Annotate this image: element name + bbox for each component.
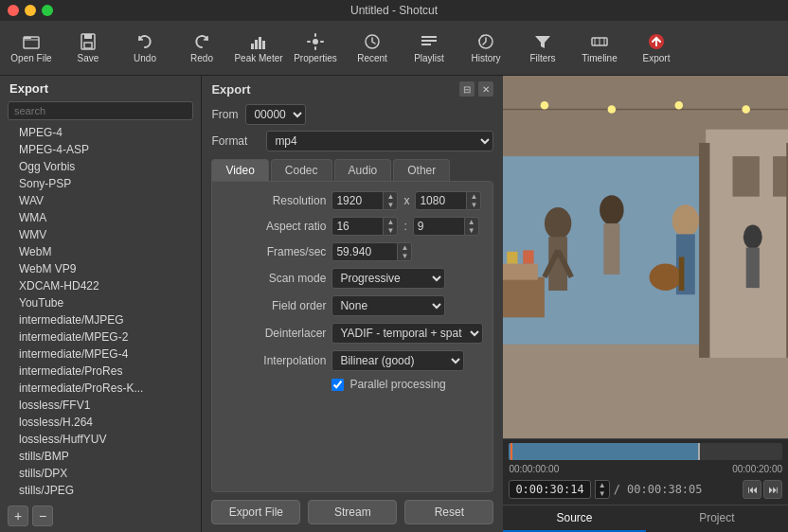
- export-list-item[interactable]: stills/BMP: [0, 448, 201, 465]
- timeline-track[interactable]: [509, 443, 782, 460]
- properties-button[interactable]: Properties: [288, 23, 343, 74]
- svg-rect-36: [679, 257, 685, 291]
- export-list-item[interactable]: lossless/FFV1: [0, 397, 201, 414]
- filters-button[interactable]: Filters: [515, 23, 570, 74]
- timeline-button[interactable]: Timeline: [572, 23, 627, 74]
- export-list-item[interactable]: lossless/H.264: [0, 414, 201, 431]
- resolution-width-input[interactable]: [331, 191, 384, 210]
- export-list-item[interactable]: MPEG-4-ASP: [0, 141, 201, 158]
- export-list-item[interactable]: Sony-PSP: [0, 175, 201, 192]
- close-button[interactable]: [8, 5, 19, 16]
- tab-source[interactable]: Source: [503, 505, 645, 532]
- next-frame-button[interactable]: ⏭: [763, 480, 782, 499]
- svg-rect-4: [84, 43, 92, 48]
- tab-project[interactable]: Project: [646, 505, 788, 532]
- panel-title: Export: [0, 76, 201, 101]
- format-select[interactable]: mp4: [266, 131, 493, 151]
- res-height-down[interactable]: ▼: [467, 201, 480, 209]
- export-list-item[interactable]: lossless/HuffYUV: [0, 431, 201, 448]
- add-preset-button[interactable]: +: [8, 505, 28, 526]
- from-select[interactable]: 00000: [245, 104, 306, 125]
- save-button[interactable]: Save: [61, 23, 116, 74]
- export-list-item[interactable]: intermediate/MJPEG: [0, 311, 201, 328]
- undo-button[interactable]: Undo: [117, 23, 172, 74]
- export-list-item[interactable]: intermediate/ProRes-K...: [0, 380, 201, 397]
- export-list-item[interactable]: YouTube: [0, 294, 201, 311]
- prev-frame-button[interactable]: ⏮: [743, 480, 761, 499]
- open-file-button[interactable]: Open File: [4, 23, 59, 74]
- export-list-item[interactable]: XDCAM-HD422: [0, 277, 201, 294]
- aspect-w-up[interactable]: ▲: [384, 218, 397, 226]
- res-width-down[interactable]: ▼: [384, 201, 397, 209]
- export-list-item[interactable]: WMV: [0, 226, 201, 243]
- tab-other[interactable]: Other: [393, 159, 450, 181]
- peak-meter-button[interactable]: Peak Meter: [231, 23, 286, 74]
- aspect-h-up[interactable]: ▲: [465, 218, 478, 226]
- aspect-w-down[interactable]: ▼: [384, 226, 397, 235]
- recent-button[interactable]: Recent: [345, 23, 400, 74]
- reset-button[interactable]: Reset: [404, 500, 493, 524]
- export-list-item[interactable]: WMA: [0, 209, 201, 226]
- export-file-button[interactable]: Export File: [211, 500, 300, 524]
- export-panel: Export MPEG-4MPEG-4-ASPOgg VorbisSony-PS…: [0, 76, 202, 532]
- export-button[interactable]: Export: [629, 23, 684, 74]
- frames-up[interactable]: ▲: [398, 243, 411, 252]
- center-export-panel: Export ⊟ ✕ From 00000 Format mp4 Video C…: [202, 76, 503, 532]
- parallel-processing-checkbox[interactable]: [331, 379, 344, 391]
- svg-rect-44: [746, 248, 760, 289]
- svg-rect-11: [421, 36, 437, 38]
- maximize-button[interactable]: [42, 5, 53, 16]
- aspect-h-input[interactable]: [413, 217, 465, 236]
- deinterlacer-select[interactable]: YADIF - temporal + spat: [331, 323, 483, 344]
- close-panel-icon[interactable]: ✕: [478, 81, 493, 97]
- aspect-ratio-row: Aspect ratio ▲ ▼ : ▲ ▼: [222, 217, 483, 236]
- frames-sec-label: Frames/sec: [222, 245, 326, 258]
- svg-point-33: [672, 204, 699, 237]
- remove-preset-button[interactable]: −: [32, 505, 53, 526]
- playlist-button[interactable]: Playlist: [402, 23, 457, 74]
- export-list-item[interactable]: MPEG-4: [0, 124, 201, 141]
- svg-rect-6: [255, 40, 258, 49]
- res-width-up[interactable]: ▲: [384, 192, 397, 201]
- scan-mode-select[interactable]: Progressive: [331, 268, 445, 289]
- timeline-playhead[interactable]: [510, 443, 512, 460]
- tab-codec[interactable]: Codec: [271, 159, 332, 181]
- minimize-button[interactable]: [25, 5, 36, 16]
- export-list-item[interactable]: intermediate/MPEG-4: [0, 346, 201, 363]
- aspect-h-down[interactable]: ▼: [465, 226, 478, 235]
- aspect-colon-label: :: [403, 220, 406, 233]
- export-list-item[interactable]: WebM VP9: [0, 260, 201, 277]
- res-height-up[interactable]: ▲: [467, 192, 480, 201]
- window-controls: [8, 5, 53, 16]
- resolution-height-input[interactable]: [415, 191, 467, 210]
- export-list-item[interactable]: intermediate/ProRes: [0, 363, 201, 380]
- source-project-tabs: Source Project: [503, 505, 788, 532]
- export-list-item[interactable]: stills/JPEG: [0, 482, 201, 499]
- interpolation-select[interactable]: Bilinear (good): [331, 350, 464, 371]
- field-order-select[interactable]: None: [331, 295, 445, 316]
- export-list-item[interactable]: WebM: [0, 243, 201, 260]
- timecode-down[interactable]: ▼: [596, 489, 609, 498]
- frames-down[interactable]: ▼: [398, 252, 411, 260]
- export-list-item[interactable]: WAV: [0, 192, 201, 209]
- resolution-width-spinbox: ▲ ▼: [331, 191, 398, 210]
- svg-rect-8: [262, 41, 265, 49]
- search-input[interactable]: [8, 101, 193, 120]
- float-icon[interactable]: ⊟: [459, 81, 475, 97]
- timecode-display-area: 0:00:30:14 ▲ ▼ / 00:00:38:05: [509, 480, 702, 499]
- current-timecode[interactable]: 0:00:30:14: [509, 480, 590, 499]
- tab-audio[interactable]: Audio: [334, 159, 392, 181]
- timeline-filled: [509, 443, 700, 460]
- tab-video[interactable]: Video: [211, 159, 268, 181]
- aspect-w-input[interactable]: [331, 217, 384, 236]
- export-list-item[interactable]: intermediate/MPEG-2: [0, 328, 201, 346]
- svg-rect-13: [421, 44, 431, 45]
- stream-button[interactable]: Stream: [308, 500, 397, 524]
- timecode-up[interactable]: ▲: [596, 481, 609, 489]
- frames-input[interactable]: [331, 242, 398, 261]
- export-list-item[interactable]: Ogg Vorbis: [0, 158, 201, 175]
- export-list-item[interactable]: stills/DPX: [0, 465, 201, 482]
- resolution-height-spinbox: ▲ ▼: [415, 191, 481, 210]
- history-button[interactable]: History: [458, 23, 513, 74]
- redo-button[interactable]: Redo: [174, 23, 229, 74]
